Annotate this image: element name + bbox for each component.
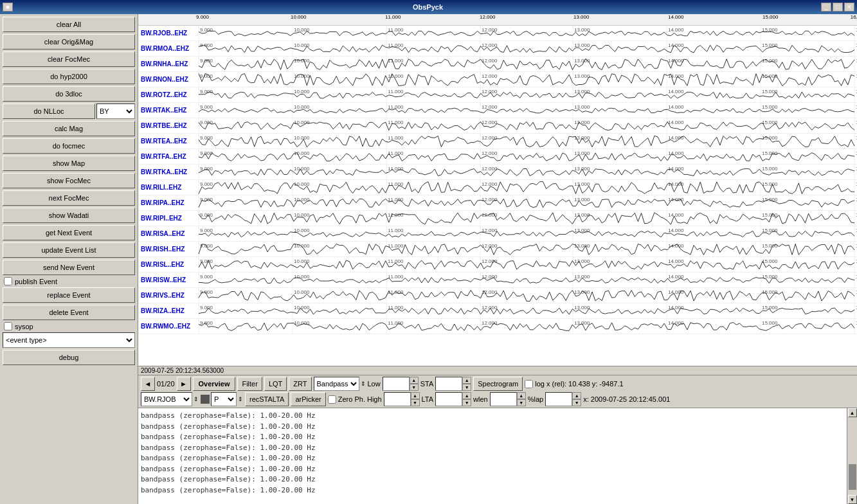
log-checkbox[interactable] bbox=[525, 380, 533, 388]
svg-text:9.000: 9.000 bbox=[200, 258, 213, 264]
high-spinner[interactable]: 1.00 ▲ ▼ bbox=[384, 392, 420, 406]
get-next-event-button[interactable]: get Next Event bbox=[3, 225, 135, 240]
sysop-checkbox[interactable] bbox=[4, 322, 12, 330]
waveform-row[interactable]: BW.RTKA..EHZ9.00010.00011.00012.00013.00… bbox=[138, 165, 857, 180]
svg-text:12.000: 12.000 bbox=[482, 135, 498, 141]
low-up-btn[interactable]: ▲ bbox=[410, 377, 419, 384]
scroll-down-btn[interactable]: ▼ bbox=[848, 495, 857, 504]
do-3dloc-button[interactable]: do 3dloc bbox=[3, 86, 135, 102]
waveform-row[interactable]: BW.RIVS..EHZ9.00010.00011.00012.00013.00… bbox=[138, 288, 857, 303]
low-down-btn[interactable]: ▼ bbox=[410, 384, 419, 391]
waveform-row[interactable]: BW.RIZA..EHZ9.00010.00011.00012.00013.00… bbox=[138, 303, 857, 319]
scroll-up-btn[interactable]: ▲ bbox=[848, 408, 857, 417]
high-down-btn[interactable]: ▼ bbox=[411, 399, 420, 406]
maximize-btn[interactable]: □ bbox=[833, 3, 843, 12]
waveform-row[interactable]: BW.RJOB..EHZ9.00010.00011.00012.00013.00… bbox=[138, 26, 857, 41]
zero-ph-checkbox[interactable] bbox=[328, 395, 336, 404]
publish-event-checkbox[interactable] bbox=[4, 277, 12, 285]
sta-input[interactable]: 0.50 bbox=[435, 377, 462, 391]
lta-down-btn[interactable]: ▼ bbox=[462, 399, 471, 406]
waveform-row[interactable]: BW.RWMO..EHZ9.00010.00011.00012.00013.00… bbox=[138, 319, 857, 334]
close-btn[interactable]: ✕ bbox=[844, 3, 854, 12]
sta-down-btn[interactable]: ▼ bbox=[462, 384, 471, 391]
minimize-btn[interactable]: _ bbox=[821, 3, 831, 12]
rec-stalta-button[interactable]: recSTALTA bbox=[245, 392, 289, 406]
waveform-row[interactable]: BW.RISH..EHZ9.00010.00011.00012.00013.00… bbox=[138, 242, 857, 257]
show-wadati-button[interactable]: show Wadati bbox=[3, 208, 135, 223]
station-select[interactable]: BW.RJOB bbox=[141, 392, 192, 406]
ar-picker-button[interactable]: arPicker bbox=[291, 392, 325, 406]
plap-input[interactable]: 0.90 bbox=[545, 392, 572, 406]
log-line: bandpass (zerophase=False): 1.00-20.00 H… bbox=[141, 464, 844, 475]
wlen-up-btn[interactable]: ▲ bbox=[517, 392, 526, 399]
waveform-row[interactable]: BW.RISL..EHZ9.00010.00011.00012.00013.00… bbox=[138, 257, 857, 273]
next-focmec-button[interactable]: next FocMec bbox=[3, 190, 135, 206]
calc-mag-button[interactable]: calc Mag bbox=[3, 121, 135, 136]
overview-button[interactable]: Overview bbox=[193, 377, 236, 391]
waveform-row[interactable]: BW.RTFA..EHZ9.00010.00011.00012.00013.00… bbox=[138, 149, 857, 165]
spectrogram-button[interactable]: Spectrogram bbox=[473, 377, 523, 391]
send-new-event-button[interactable]: send New Event bbox=[3, 260, 135, 275]
waveform-row[interactable]: BW.RTBE..EHZ9.00010.00011.00012.00013.00… bbox=[138, 118, 857, 134]
bandpass-select[interactable]: Bandpass bbox=[314, 377, 359, 391]
waveform-row[interactable]: BW.RIPA..EHZ9.00010.00011.00012.00013.00… bbox=[138, 195, 857, 211]
wlen-down-btn[interactable]: ▼ bbox=[517, 399, 526, 406]
lqt-button[interactable]: LQT bbox=[264, 377, 287, 391]
debug-button[interactable]: debug bbox=[3, 350, 135, 365]
waveform-row[interactable]: BW.RNON..EHZ9.00010.00011.00012.00013.00… bbox=[138, 72, 857, 87]
lta-input[interactable]: 10.00 bbox=[435, 392, 462, 406]
waveform-row[interactable]: BW.RTAK..EHZ9.00010.00011.00012.00013.00… bbox=[138, 103, 857, 118]
high-up-btn[interactable]: ▲ bbox=[411, 392, 420, 399]
scroll-track[interactable] bbox=[848, 417, 857, 495]
svg-text:13.000: 13.000 bbox=[574, 166, 590, 172]
prev-page-button[interactable]: ◄ bbox=[141, 377, 155, 391]
svg-text:13.000: 13.000 bbox=[574, 305, 590, 310]
plap-up-btn[interactable]: ▲ bbox=[572, 392, 581, 399]
svg-text:12.000: 12.000 bbox=[482, 197, 498, 203]
nlloc-select[interactable]: BY bbox=[96, 104, 135, 119]
do-nlloc-button[interactable]: do NLLoc bbox=[3, 104, 95, 119]
svg-text:12.000: 12.000 bbox=[482, 274, 498, 280]
next-page-button[interactable]: ► bbox=[177, 377, 191, 391]
do-hyp2000-button[interactable]: do hyp2000 bbox=[3, 69, 135, 84]
svg-text:10.000: 10.000 bbox=[294, 181, 310, 187]
waveform-row[interactable]: BW.RMOA..EHZ9.00010.00011.00012.00013.00… bbox=[138, 41, 857, 57]
waveform-row[interactable]: BW.RIPI..EHZ9.00010.00011.00012.00013.00… bbox=[138, 211, 857, 226]
waveform-row[interactable]: BW.RISW..EHZ9.00010.00011.00012.00013.00… bbox=[138, 273, 857, 288]
wlen-spinner[interactable]: 0.40 ▲ ▼ bbox=[490, 392, 526, 406]
svg-text:13.000: 13.000 bbox=[574, 42, 590, 48]
waveform-row[interactable]: BW.RNHA..EHZ9.00010.00011.00012.00013.00… bbox=[138, 57, 857, 72]
window-icon-btn[interactable]: ■ bbox=[3, 3, 13, 12]
clear-all-button[interactable]: clear All bbox=[3, 17, 135, 32]
low-spinner[interactable]: 20.00 ▲ ▼ bbox=[383, 377, 419, 391]
update-event-list-button[interactable]: update Event List bbox=[3, 242, 135, 258]
sta-spinner[interactable]: 0.50 ▲ ▼ bbox=[435, 377, 471, 391]
plap-down-btn[interactable]: ▼ bbox=[572, 399, 581, 406]
phase-select[interactable]: P bbox=[211, 392, 237, 406]
waveform-row[interactable]: BW.ROTZ..EHZ9.00010.00011.00012.00013.00… bbox=[138, 87, 857, 103]
clear-focmec-button[interactable]: clear FocMec bbox=[3, 51, 135, 67]
window-title: ObsPyck bbox=[35, 3, 821, 11]
replace-event-button[interactable]: replace Event bbox=[3, 287, 135, 303]
delete-event-button[interactable]: delete Event bbox=[3, 305, 135, 320]
waveform-row[interactable]: BW.RISA..EHZ9.00010.00011.00012.00013.00… bbox=[138, 226, 857, 242]
zrt-button[interactable]: ZRT bbox=[289, 377, 311, 391]
show-focmec-button[interactable]: show FocMec bbox=[3, 173, 135, 188]
do-focmec-button[interactable]: do focmec bbox=[3, 138, 135, 154]
waveform-row[interactable]: BW.RTEA..EHZ9.00010.00011.00012.00013.00… bbox=[138, 134, 857, 149]
svg-text:11.000: 11.000 bbox=[388, 27, 404, 33]
plap-spinner[interactable]: 0.90 ▲ ▼ bbox=[545, 392, 581, 406]
svg-text:15.000: 15.000 bbox=[762, 58, 778, 64]
waveform-row[interactable]: BW.RILI..EHZ9.00010.00011.00012.00013.00… bbox=[138, 180, 857, 195]
svg-text:12.000: 12.000 bbox=[482, 120, 498, 125]
low-input[interactable]: 20.00 bbox=[383, 377, 410, 391]
high-input[interactable]: 1.00 bbox=[384, 392, 411, 406]
wlen-input[interactable]: 0.40 bbox=[490, 392, 517, 406]
lta-spinner[interactable]: 10.00 ▲ ▼ bbox=[435, 392, 471, 406]
sta-up-btn[interactable]: ▲ bbox=[462, 377, 471, 384]
event-type-select[interactable]: <event type> bbox=[3, 332, 135, 348]
clear-orig-mag-button[interactable]: clear Orig&Mag bbox=[3, 34, 135, 50]
lta-up-btn[interactable]: ▲ bbox=[462, 392, 471, 399]
show-map-button[interactable]: show Map bbox=[3, 156, 135, 171]
filter-button[interactable]: Filter bbox=[237, 377, 262, 391]
